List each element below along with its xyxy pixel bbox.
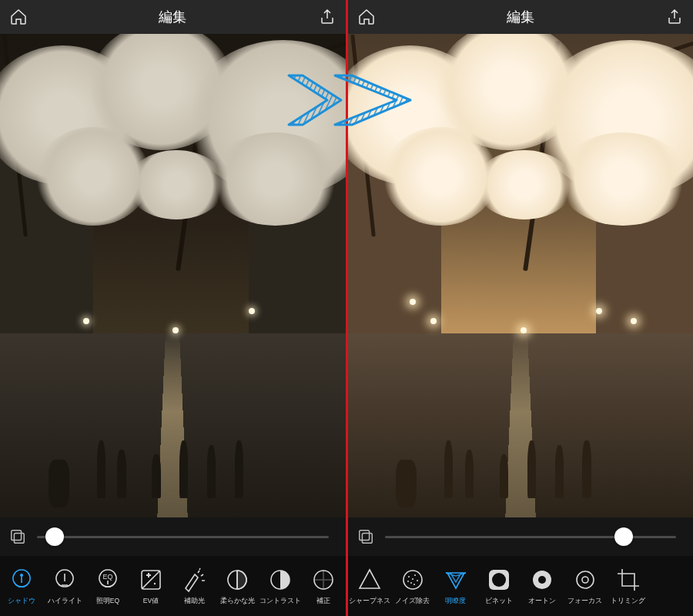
tool-label: 明瞭度 xyxy=(445,597,466,606)
tool-fill[interactable]: 補助光 xyxy=(172,566,216,606)
share-icon[interactable] xyxy=(664,6,685,28)
tool-label: 補正 xyxy=(316,597,330,606)
page-title: 編集 xyxy=(159,8,186,26)
tool-strip[interactable]: シャープネスノイズ除去明瞭度ビネットオートンフォーカストリミング xyxy=(348,556,694,616)
tool-label: シャープネス xyxy=(349,597,390,606)
editor-panel-before: 編集 xyxy=(0,0,346,616)
tool-shadow[interactable]: シャドウ xyxy=(0,566,43,606)
svg-rect-1 xyxy=(14,533,24,543)
tool-correct[interactable]: 補正 xyxy=(302,566,345,606)
sharpness-icon xyxy=(356,566,383,594)
tool-clarity[interactable]: 明瞭度 xyxy=(434,566,477,606)
svg-point-15 xyxy=(407,581,409,582)
clarity-icon xyxy=(442,566,470,594)
contrast-icon xyxy=(266,566,294,594)
svg-rect-8 xyxy=(359,531,369,541)
ev-icon xyxy=(137,566,165,594)
share-icon[interactable] xyxy=(316,6,338,28)
tool-sharpness[interactable]: シャープネス xyxy=(348,566,391,606)
svg-text:EQ: EQ xyxy=(102,573,112,581)
tool-label: トリミング xyxy=(611,597,645,606)
shadow-icon xyxy=(8,566,35,594)
svg-rect-9 xyxy=(362,533,372,543)
tool-label: 補助光 xyxy=(184,597,205,606)
tool-label: 柔らかな光 xyxy=(220,597,255,606)
svg-point-12 xyxy=(414,574,416,576)
highlight-icon xyxy=(51,566,79,594)
editor-panel-after: 編集 xyxy=(348,0,694,616)
side-by-side-compare: 編集 xyxy=(0,0,693,616)
tool-label: シャドウ xyxy=(8,597,35,606)
svg-point-13 xyxy=(417,580,418,581)
compare-icon[interactable] xyxy=(356,527,376,547)
tool-label: オートン xyxy=(528,597,556,606)
photo-canvas[interactable] xyxy=(348,34,694,517)
page-title: 編集 xyxy=(507,8,534,26)
svg-point-22 xyxy=(577,571,594,588)
trim-icon xyxy=(614,566,642,594)
tool-contrast[interactable]: コントラスト xyxy=(259,566,302,606)
orton-icon xyxy=(528,566,556,594)
top-bar: 編集 xyxy=(0,0,346,34)
svg-point-2 xyxy=(20,574,23,577)
vignette-icon xyxy=(485,566,513,594)
tool-focus[interactable]: フォーカス xyxy=(564,566,607,606)
top-bar: 編集 xyxy=(348,0,694,34)
home-icon[interactable] xyxy=(8,6,29,28)
tool-label: フォーカス xyxy=(567,597,602,606)
svg-point-19 xyxy=(492,573,506,587)
soft-icon xyxy=(223,566,251,594)
svg-point-21 xyxy=(538,576,546,584)
home-icon[interactable] xyxy=(356,6,377,28)
tool-denoise[interactable]: ノイズ除去 xyxy=(391,566,434,606)
tool-soft[interactable]: 柔らかな光 xyxy=(216,566,259,606)
tool-orton[interactable]: オートン xyxy=(521,566,564,606)
svg-point-17 xyxy=(412,578,413,580)
adjustment-slider-row xyxy=(0,517,346,556)
tool-highlight[interactable]: ハイライト xyxy=(43,566,86,606)
adjustment-slider[interactable] xyxy=(385,536,677,538)
svg-point-16 xyxy=(413,584,415,585)
slider-thumb[interactable] xyxy=(614,527,633,546)
correct-icon xyxy=(310,566,337,594)
tool-vignette[interactable]: ビネット xyxy=(477,566,521,606)
fill-icon xyxy=(180,566,208,594)
tool-strip[interactable]: シャドウハイライトEQ照明EQEV値補助光柔らかな光コントラスト補正 xyxy=(0,556,346,616)
tool-lighteq[interactable]: EQ照明EQ xyxy=(86,566,129,606)
slider-thumb[interactable] xyxy=(45,527,64,546)
tool-label: ビネット xyxy=(485,597,513,606)
focus-icon xyxy=(571,566,599,594)
adjustment-slider-row xyxy=(348,517,694,556)
svg-point-11 xyxy=(408,576,410,578)
tool-ev[interactable]: EV値 xyxy=(129,566,172,606)
svg-point-23 xyxy=(582,577,588,583)
tool-label: EV値 xyxy=(143,597,159,606)
compare-icon[interactable] xyxy=(8,527,28,547)
tool-label: コントラスト xyxy=(259,597,301,606)
svg-point-5 xyxy=(154,583,156,584)
svg-point-14 xyxy=(410,582,412,584)
adjustment-slider[interactable] xyxy=(37,536,329,538)
tool-label: ノイズ除去 xyxy=(395,597,430,606)
tool-label: 照明EQ xyxy=(96,597,119,606)
svg-rect-0 xyxy=(12,531,22,541)
photo-canvas[interactable] xyxy=(0,34,346,517)
tool-trim[interactable]: トリミング xyxy=(607,566,650,606)
tool-label: ハイライト xyxy=(48,597,82,606)
denoise-icon xyxy=(399,566,427,594)
lighteq-icon: EQ xyxy=(94,566,122,594)
